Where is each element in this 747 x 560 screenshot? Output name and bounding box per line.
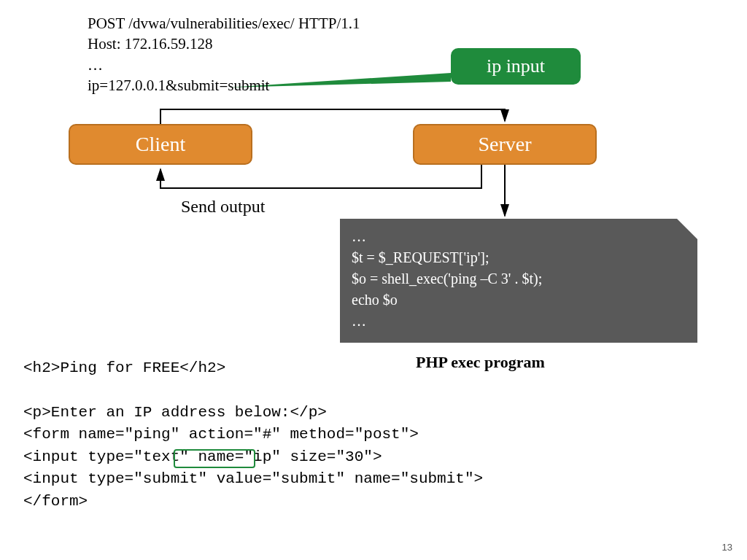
php-code-box: … $t = $_REQUEST['ip']; $o = shell_exec(…	[340, 219, 697, 343]
http-line: …	[88, 55, 360, 75]
code-line: echo $o	[352, 289, 686, 311]
code-line: <input type="submit" value="submit" name…	[23, 470, 483, 487]
send-output-label: Send output	[181, 197, 265, 217]
name-ip-highlight	[174, 449, 255, 468]
ip-input-callout: ip input	[451, 48, 581, 85]
code-line: …	[352, 311, 686, 332]
code-line: …	[352, 226, 686, 247]
http-line: POST /dvwa/vulnerabilities/exec/ HTTP/1.…	[88, 13, 360, 34]
code-line: <h2>Ping for FREE</h2>	[23, 359, 225, 376]
client-node: Client	[69, 124, 252, 165]
http-line: ip=127.0.0.1&submit=submit	[88, 75, 360, 96]
code-line: $o = shell_exec('ping –C 3' . $t);	[352, 268, 686, 289]
code-line: $t = $_REQUEST['ip'];	[352, 247, 686, 268]
server-label: Server	[478, 133, 531, 156]
code-line: <p>Enter an IP address below:</p>	[23, 404, 327, 421]
callout-label: ip input	[487, 55, 545, 77]
server-node: Server	[413, 124, 597, 165]
http-request-text: POST /dvwa/vulnerabilities/exec/ HTTP/1.…	[88, 13, 360, 96]
code-line: <form name="ping" action="#" method="pos…	[23, 426, 419, 443]
page-number: 13	[722, 542, 732, 553]
code-line: </form>	[23, 493, 88, 510]
http-line: Host: 172.16.59.128	[88, 34, 360, 54]
client-label: Client	[136, 133, 185, 156]
html-source-code: <h2>Ping for FREE</h2> <p>Enter an IP ad…	[23, 357, 483, 513]
